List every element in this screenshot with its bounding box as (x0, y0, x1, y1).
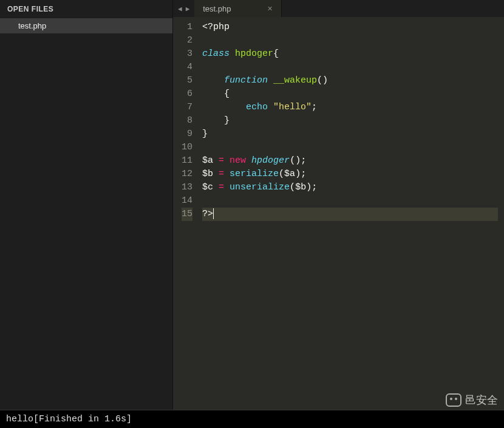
code-line[interactable]: } (202, 127, 498, 141)
text-cursor (213, 208, 214, 219)
main-area: OPEN FILES test.php ◀ ▶ test.php × 12345… (0, 0, 504, 410)
gutter: 123456789101112131415 (173, 17, 199, 410)
gutter-line: 10 (182, 141, 192, 154)
watermark-text: 邑安全 (465, 393, 498, 407)
gutter-line: 12 (182, 168, 192, 181)
code-line[interactable] (202, 194, 498, 208)
gutter-line: 1 (182, 21, 192, 34)
gutter-line: 7 (182, 101, 192, 114)
code-line[interactable]: echo "hello"; (202, 101, 498, 114)
code-area[interactable]: 123456789101112131415 <?phpclass hpdoger… (173, 17, 504, 410)
code-line[interactable]: $a = new hpdoger(); (202, 154, 498, 168)
sidebar: OPEN FILES test.php (0, 0, 173, 410)
code-line[interactable]: function __wakeup() (202, 74, 498, 87)
tab-nav: ◀ ▶ (173, 0, 194, 17)
code-content[interactable]: <?phpclass hpdoger{ function __wakeup() … (199, 17, 504, 410)
code-line[interactable]: class hpdoger{ (202, 47, 498, 61)
code-line[interactable]: $c = unserialize($b); (202, 181, 498, 194)
gutter-line: 4 (182, 61, 192, 74)
code-line[interactable]: $b = serialize($a); (202, 168, 498, 181)
code-line[interactable] (202, 61, 498, 74)
tab-label: test.php (203, 4, 231, 13)
gutter-line: 15 (182, 208, 192, 221)
code-line[interactable]: <?php (202, 21, 498, 34)
tab-bar: ◀ ▶ test.php × (173, 0, 504, 17)
gutter-line: 14 (182, 194, 192, 208)
gutter-line: 9 (182, 127, 192, 141)
code-line[interactable]: } (202, 114, 498, 127)
watermark: 邑安全 (446, 393, 498, 407)
watermark-icon (446, 393, 461, 407)
code-line[interactable] (202, 141, 498, 154)
tab-prev-icon[interactable]: ◀ (178, 5, 182, 13)
code-line[interactable]: { (202, 87, 498, 101)
gutter-line: 11 (182, 154, 192, 168)
console-output: hello[Finished in 1.6s] (0, 410, 504, 428)
gutter-line: 8 (182, 114, 192, 127)
sidebar-item-file[interactable]: test.php (0, 18, 172, 33)
gutter-line: 13 (182, 181, 192, 194)
code-line[interactable] (202, 34, 498, 47)
code-line[interactable]: ?> (202, 208, 498, 221)
gutter-line: 6 (182, 87, 192, 101)
tab-next-icon[interactable]: ▶ (186, 5, 190, 13)
gutter-line: 3 (182, 47, 192, 61)
gutter-line: 5 (182, 74, 192, 87)
tab-file[interactable]: test.php × (194, 0, 281, 17)
gutter-line: 2 (182, 34, 192, 47)
close-icon[interactable]: × (268, 4, 273, 13)
open-files-header: OPEN FILES (0, 0, 172, 18)
editor-pane: ◀ ▶ test.php × 123456789101112131415 <?p… (173, 0, 504, 410)
